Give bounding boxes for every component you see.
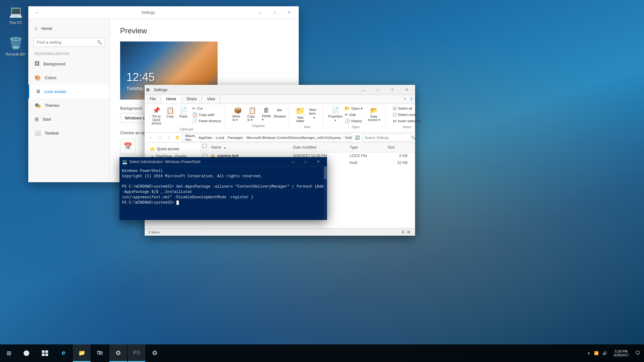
explorer-maximize-btn[interactable]: □: [370, 84, 385, 96]
explorer-back-btn[interactable]: ←: [147, 134, 155, 141]
move-to-label: Move to ▾: [232, 115, 243, 122]
tab-file[interactable]: File: [145, 95, 161, 104]
app-icon-calendar[interactable]: 📅: [120, 139, 135, 154]
ps-scrollbar-thumb[interactable]: [324, 167, 327, 179]
start-button[interactable]: ⊞: [0, 344, 18, 362]
view-large-icon[interactable]: ⊞: [406, 230, 411, 234]
explorer-forward-btn[interactable]: →: [156, 134, 164, 141]
desktop-icon-this-pc[interactable]: 💻 This PC: [3, 3, 28, 26]
col-type[interactable]: Type: [347, 144, 385, 151]
taskbar-store[interactable]: 🛍: [91, 344, 109, 362]
explorer-help-btn[interactable]: ?: [385, 84, 399, 96]
explorer-folder-icon: 📁: [174, 134, 181, 141]
copy-path-btn[interactable]: 📋 Copy path: [190, 112, 223, 118]
desktop-icon-recycle-bin[interactable]: 🗑️ Recycle Bin: [3, 35, 28, 58]
recycle-bin-icon: 🗑️: [8, 36, 23, 51]
taskbar-settings[interactable]: ⚙: [109, 344, 127, 362]
sidebar-background-label: Background: [43, 62, 65, 66]
select-none-btn[interactable]: ☐ Select none: [391, 112, 423, 118]
invert-selection-btn[interactable]: ⇄ Invert selection: [391, 118, 423, 124]
paste-btn[interactable]: 📄 Paste: [177, 105, 190, 119]
new-folder-btn[interactable]: 📁 Newfolder: [294, 105, 307, 124]
open-btn[interactable]: 📂 Open ▾: [343, 105, 364, 112]
sidebar-item-home[interactable]: ⌂ Home: [28, 21, 110, 35]
delete-btn[interactable]: 🗑 Delete ▾: [260, 105, 273, 123]
systray-volume[interactable]: 🔊: [601, 351, 608, 355]
ps-line-5: ion)\appxmanifest.xml" -DisableDevelopme…: [122, 195, 325, 200]
powershell-maximize-btn[interactable]: □: [299, 157, 312, 167]
powershell-close-btn[interactable]: ✕: [312, 157, 325, 167]
this-pc-icon: 💻: [8, 4, 23, 19]
sidebar-item-background[interactable]: 🖼 Background: [28, 57, 110, 71]
col-name[interactable]: Name ▲: [209, 144, 291, 151]
systray-network[interactable]: 📶: [593, 351, 600, 355]
new-item-label: New item: [309, 108, 319, 115]
powershell-minimize-btn[interactable]: —: [287, 157, 299, 167]
explorer-minimize-btn[interactable]: —: [356, 84, 370, 96]
tab-home[interactable]: Home: [161, 95, 181, 104]
sidebar-item-colors[interactable]: 🎨 Colors: [28, 71, 110, 85]
explorer-search-box[interactable]: 🔍: [362, 134, 413, 141]
copy-to-btn[interactable]: 📋 Copy to ▾: [246, 105, 259, 123]
settings-back-btn[interactable]: ←: [31, 6, 43, 19]
explorer-refresh-btn[interactable]: 🔄: [353, 134, 361, 141]
rename-btn[interactable]: ✏ Rename: [273, 105, 286, 119]
easy-access-btn[interactable]: 📂 Easy access ▾: [365, 105, 383, 123]
view-details-icon[interactable]: ☰: [400, 230, 406, 234]
paste-shortcut-btn[interactable]: 📄 Paste shortcut: [190, 118, 223, 124]
select-all-btn[interactable]: ☑ Select all: [391, 105, 423, 112]
settings-search-box[interactable]: 🔍: [33, 38, 105, 47]
address-path[interactable]: Mauro Huc › AppData › Local › Packages ›…: [182, 134, 352, 141]
sidebar-item-taskbar[interactable]: ⬜ Taskbar: [28, 126, 110, 140]
explorer-up-btn[interactable]: ↑: [165, 134, 172, 141]
ps-scrollbar[interactable]: [324, 167, 327, 220]
explorer-close-btn[interactable]: ✕: [399, 84, 414, 96]
taskbar-settings2[interactable]: ⚙: [146, 344, 164, 362]
taskbar-search-btn[interactable]: [18, 344, 35, 362]
settings-maximize-btn[interactable]: □: [267, 6, 282, 19]
quick-access-icon: ⭐: [150, 146, 155, 151]
taskbar-edge[interactable]: e: [55, 344, 72, 362]
ribbon-help-btn[interactable]: ?: [408, 95, 415, 104]
pin-quick-access-btn[interactable]: 📌 Pin to Quickaccess: [150, 105, 163, 126]
taskbar-clock[interactable]: 5:30 PM 3/28/2017: [611, 349, 631, 357]
new-item-btn[interactable]: New item ▾: [307, 105, 320, 121]
select-all-icon: ☑: [393, 106, 397, 111]
new-group-label: New: [304, 124, 310, 129]
col-size[interactable]: Size: [385, 144, 410, 151]
move-to-btn[interactable]: 📦 Move to ▾: [230, 105, 245, 123]
edit-btn[interactable]: ✏ Edit: [343, 112, 364, 118]
path-part-5[interactable]: Microsoft.Windows.ContentDeliveryManager…: [247, 136, 341, 140]
path-part-3[interactable]: Local: [216, 136, 224, 140]
ribbon-collapse-btn[interactable]: ∧: [402, 95, 408, 104]
select-none-icon: ☐: [393, 112, 397, 117]
sidebar-item-lock-screen[interactable]: 🖥 Lock screen: [28, 85, 110, 98]
sidebar-quick-access[interactable]: ⭐ Quick access: [145, 145, 201, 153]
ribbon-content: 📌 Pin to Quickaccess 📋 Copy 📄 Paste ✂ Cu…: [145, 104, 415, 133]
systray-chevron[interactable]: ∧: [586, 351, 591, 355]
sidebar-item-start[interactable]: ⊞ Start: [28, 112, 110, 126]
settings-search-input[interactable]: [34, 38, 94, 47]
tab-share[interactable]: Share: [181, 95, 202, 104]
path-part-1[interactable]: Mauro Huc: [185, 134, 195, 141]
action-center-btn[interactable]: 🗨: [631, 344, 644, 362]
explorer-search-input[interactable]: [363, 135, 410, 140]
taskbar-task-view[interactable]: [36, 344, 54, 362]
path-part-6[interactable]: Settings: [345, 136, 352, 140]
path-part-4[interactable]: Packages: [228, 136, 243, 140]
properties-btn[interactable]: 📄 Properties ▾: [328, 105, 342, 123]
taskbar-powershell[interactable]: PS: [128, 344, 145, 362]
path-part-2[interactable]: AppData: [199, 136, 212, 140]
powershell-content[interactable]: Windows PowerShell Copyright (C) 2016 Mi…: [119, 167, 327, 220]
select-all-checkbox[interactable]: [203, 144, 207, 148]
clipboard-small-btns: ✂ Cut 📋 Copy path 📄 Paste shortcut: [190, 105, 223, 124]
copy-btn[interactable]: 📋 Copy: [164, 105, 176, 119]
settings-minimize-btn[interactable]: —: [253, 6, 267, 19]
settings-close-btn[interactable]: ✕: [282, 6, 296, 19]
cut-btn[interactable]: ✂ Cut: [190, 105, 223, 112]
taskbar-explorer[interactable]: 📁: [73, 344, 91, 362]
sidebar-item-themes[interactable]: 🎭 Themes: [28, 98, 110, 112]
col-date[interactable]: Date modified: [291, 144, 347, 151]
history-btn[interactable]: 🕐 History: [343, 118, 364, 124]
tab-view[interactable]: View: [202, 95, 220, 104]
